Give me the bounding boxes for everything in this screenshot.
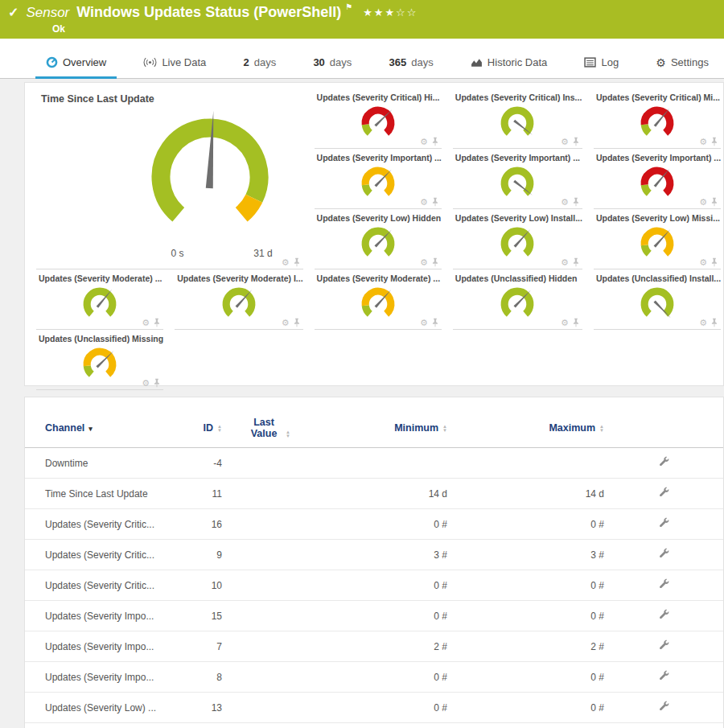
tab-number: 365 bbox=[389, 56, 407, 68]
gauge-panel-updates-severity-moderate[interactable]: Updates (Severity Moderate) ... ⚙ bbox=[36, 271, 163, 330]
gauge-panel-updates-unclassified-install[interactable]: Updates (Unclassified) Install... ⚙ bbox=[594, 271, 721, 330]
gauge-chart bbox=[494, 163, 541, 204]
pin-icon[interactable] bbox=[572, 257, 580, 267]
channel-minimum: 0 # bbox=[315, 570, 447, 601]
gauge-panel-updates-severity-moderate-i[interactable]: Updates (Severity Moderate) I... ⚙ bbox=[175, 271, 302, 330]
pin-icon[interactable] bbox=[293, 257, 301, 267]
wrench-icon[interactable] bbox=[658, 701, 669, 714]
tab-settings[interactable]: ⚙ Settings bbox=[645, 49, 719, 79]
gauge-panel-updates-severity-low-hidden[interactable]: Updates (Severity Low) Hidden ⚙ bbox=[315, 211, 442, 269]
gear-icon[interactable]: ⚙ bbox=[420, 138, 428, 146]
overview-gauges-card: Time Since Last Update 0 s 31 d ⚙ Update… bbox=[24, 82, 724, 386]
table-row[interactable]: Updates (Severity Critic... 9 3 # 3 # bbox=[25, 540, 723, 570]
gear-icon[interactable]: ⚙ bbox=[561, 198, 569, 207]
flag-icon[interactable]: ⚑ bbox=[345, 2, 352, 11]
table-row[interactable]: Updates (Severity Impo... 7 2 # 2 # bbox=[25, 631, 723, 662]
table-row[interactable]: Time Since Last Update 11 14 d 14 d bbox=[25, 479, 723, 509]
gear-icon[interactable]: ⚙ bbox=[699, 198, 707, 207]
priority-stars[interactable]: ★★★☆☆ bbox=[363, 6, 418, 19]
gear-icon[interactable]: ⚙ bbox=[561, 258, 569, 267]
wrench-icon[interactable] bbox=[658, 487, 669, 500]
gauge-title: Updates (Severity Low) Hidden bbox=[315, 211, 442, 223]
table-row[interactable]: Updates (Severity Critic... 16 0 # 0 # bbox=[25, 509, 723, 540]
page-title: Windows Updates Status (PowerShell) bbox=[76, 4, 341, 21]
gear-icon[interactable]: ⚙ bbox=[420, 198, 428, 207]
wrench-icon[interactable] bbox=[658, 670, 669, 684]
column-header-channel[interactable]: Channel▾ bbox=[25, 410, 178, 448]
channel-minimum: 0 # bbox=[315, 601, 447, 631]
gear-icon[interactable]: ⚙ bbox=[561, 138, 569, 146]
gear-icon[interactable]: ⚙ bbox=[699, 319, 707, 327]
wrench-icon[interactable] bbox=[658, 578, 669, 592]
tab-live-data[interactable]: Live Data bbox=[133, 49, 216, 79]
gauge-panel-updates-severity-critical-mi[interactable]: Updates (Severity Critical) Mi... ⚙ bbox=[594, 90, 721, 149]
channel-minimum: 0 # bbox=[315, 723, 447, 728]
gauge-panel-updates-unclassified-missing[interactable]: Updates (Unclassified) Missing ⚙ bbox=[36, 331, 163, 390]
tab-historic-data[interactable]: Historic Data bbox=[460, 49, 557, 79]
channel-maximum: 0 # bbox=[447, 723, 604, 728]
gear-icon[interactable]: ⚙ bbox=[561, 319, 569, 327]
pin-icon[interactable] bbox=[431, 137, 439, 146]
pin-icon[interactable] bbox=[710, 318, 718, 327]
gear-icon[interactable]: ⚙ bbox=[420, 319, 428, 327]
channel-table-card: Channel▾ ID▲▼ Last Value▲▼ Minimum▲▼ Max… bbox=[24, 397, 724, 728]
pin-icon[interactable] bbox=[431, 318, 439, 327]
pin-icon[interactable] bbox=[431, 197, 439, 207]
tab-overview[interactable]: Overview bbox=[35, 49, 117, 79]
channel-name: Time Since Last Update bbox=[25, 479, 178, 509]
gear-icon[interactable]: ⚙ bbox=[282, 319, 290, 327]
table-row[interactable]: Updates (Severity Impo... 8 0 # 0 # bbox=[25, 662, 723, 693]
gauge-panel-updates-severity-moderate[interactable]: Updates (Severity Moderate) ... ⚙ bbox=[315, 271, 442, 330]
status-text: Ok bbox=[52, 23, 724, 35]
gauge-panel-updates-severity-important[interactable]: Updates (Severity Important) ... ⚙ bbox=[453, 150, 582, 209]
tab-365-days[interactable]: 365 days bbox=[379, 49, 444, 79]
gauge-panel-updates-unclassified-hidden[interactable]: Updates (Unclassified) Hidden ⚙ bbox=[453, 271, 582, 330]
column-header-last-value[interactable]: Last Value▲▼ bbox=[222, 410, 315, 448]
pin-icon[interactable] bbox=[293, 318, 301, 327]
pin-icon[interactable] bbox=[153, 318, 161, 327]
pin-icon[interactable] bbox=[572, 318, 580, 327]
gear-icon[interactable]: ⚙ bbox=[699, 138, 707, 146]
wrench-icon[interactable] bbox=[658, 548, 669, 561]
table-row[interactable]: Updates (Severity Critic... 10 0 # 0 # bbox=[25, 570, 723, 601]
table-row[interactable]: Updates (Severity Low) ... 13 0 # 0 # bbox=[25, 693, 723, 723]
channel-last-value bbox=[222, 723, 315, 728]
gauge-min-label: 0 s bbox=[171, 248, 184, 259]
gear-icon[interactable]: ⚙ bbox=[282, 258, 290, 267]
table-row[interactable]: Updates (Severity Impo... 15 0 # 0 # bbox=[25, 601, 723, 631]
gauge-panel-updates-severity-important[interactable]: Updates (Severity Important) ... ⚙ bbox=[594, 150, 721, 209]
wrench-icon[interactable] bbox=[658, 456, 669, 470]
tab-30-days[interactable]: 30 days bbox=[302, 49, 362, 79]
pin-icon[interactable] bbox=[572, 197, 580, 207]
pin-icon[interactable] bbox=[710, 197, 718, 207]
gauge-panel-updates-severity-critical-ins[interactable]: Updates (Severity Critical) Ins... ⚙ bbox=[453, 90, 582, 149]
gauge-panel-time-since-last-update[interactable]: Time Since Last Update 0 s 31 d ⚙ bbox=[36, 90, 303, 269]
wrench-icon[interactable] bbox=[658, 640, 669, 653]
pin-icon[interactable] bbox=[153, 378, 161, 388]
gear-icon[interactable]: ⚙ bbox=[699, 258, 707, 267]
column-header-minimum[interactable]: Minimum▲▼ bbox=[315, 410, 447, 448]
gear-icon[interactable]: ⚙ bbox=[142, 319, 150, 327]
pin-icon[interactable] bbox=[710, 257, 718, 267]
pin-icon[interactable] bbox=[431, 257, 439, 267]
gear-icon[interactable]: ⚙ bbox=[420, 258, 428, 267]
gauge-title: Updates (Severity Important) ... bbox=[315, 150, 442, 162]
pin-icon[interactable] bbox=[710, 137, 718, 146]
table-row[interactable]: Downtime -4 bbox=[25, 448, 723, 479]
gauge-panel-updates-severity-low-missi[interactable]: Updates (Severity Low) Missi... ⚙ bbox=[594, 211, 721, 269]
pin-icon[interactable] bbox=[572, 137, 580, 146]
gear-icon[interactable]: ⚙ bbox=[142, 379, 150, 388]
gauge-panel-updates-severity-important[interactable]: Updates (Severity Important) ... ⚙ bbox=[315, 150, 442, 209]
channel-id: 3 bbox=[178, 723, 222, 728]
wrench-icon[interactable] bbox=[658, 517, 669, 531]
tab-log[interactable]: Log bbox=[574, 49, 629, 79]
table-row[interactable]: Updates (Severity Low) ... 3 0 # 0 # bbox=[25, 723, 723, 728]
channel-last-value bbox=[222, 509, 315, 540]
gauge-panel-updates-severity-critical-hi[interactable]: Updates (Severity Critical) Hi... ⚙ bbox=[315, 90, 442, 149]
gauge-panel-updates-severity-low-install[interactable]: Updates (Severity Low) Install... ⚙ bbox=[453, 211, 582, 269]
wrench-icon[interactable] bbox=[658, 609, 669, 623]
column-header-maximum[interactable]: Maximum▲▼ bbox=[447, 410, 604, 448]
tab-2-days[interactable]: 2 days bbox=[232, 49, 286, 79]
channel-name: Updates (Severity Impo... bbox=[25, 631, 178, 662]
column-header-id[interactable]: ID▲▼ bbox=[178, 410, 222, 448]
